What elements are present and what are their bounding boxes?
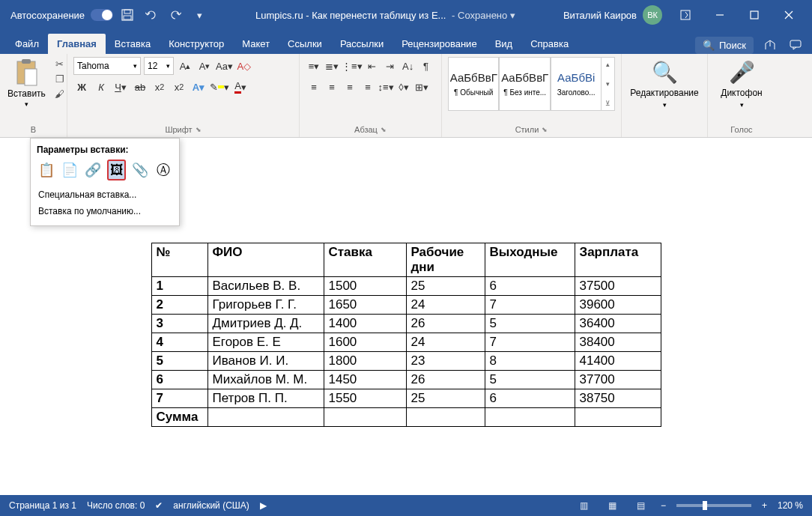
highlight-icon[interactable]: ✎▾ [210, 78, 229, 96]
align-left-icon[interactable]: ≡ [306, 78, 322, 96]
sort-icon[interactable]: A↓ [400, 57, 416, 75]
line-spacing-icon[interactable]: ↕≡▾ [378, 78, 394, 96]
paste-special-item[interactable]: Специальная вставка... [37, 186, 173, 203]
paste-button[interactable]: Вставить ▾ [6, 57, 47, 109]
change-case-icon[interactable]: Aa▾ [216, 57, 233, 75]
table-cell: 41400 [575, 352, 661, 371]
tab-help[interactable]: Справка [521, 34, 578, 54]
table-row: 3Дмитриев Д. Д.140026536400 [151, 315, 661, 333]
tab-references[interactable]: Ссылки [279, 34, 331, 54]
justify-icon[interactable]: ≡ [360, 78, 376, 96]
search-box[interactable]: 🔍 Поиск [695, 37, 754, 54]
paste-link-icon[interactable]: 🔗 [84, 160, 103, 180]
paste-text-icon[interactable]: Ⓐ [154, 160, 173, 180]
tab-layout[interactable]: Макет [233, 34, 279, 54]
table-cell: Михайлов М. М. [207, 371, 324, 389]
svg-rect-2 [124, 16, 131, 19]
paste-merge-icon[interactable]: 📄 [60, 160, 79, 180]
decrease-indent-icon[interactable]: ⇤ [364, 57, 381, 75]
table-cell: 26 [406, 315, 485, 333]
superscript-button[interactable]: x2 [171, 78, 187, 96]
underline-button[interactable]: Ч▾ [112, 78, 129, 96]
paste-keep-source-icon[interactable]: 📋 [37, 160, 55, 180]
read-mode-icon[interactable]: ▥ [575, 498, 593, 513]
tab-home[interactable]: Главная [48, 34, 106, 54]
undo-icon[interactable] [143, 7, 160, 23]
zoom-out-button[interactable]: − [661, 500, 666, 511]
align-right-icon[interactable]: ≡ [342, 78, 358, 96]
zoom-slider[interactable] [676, 504, 751, 507]
clear-format-icon[interactable]: A◇ [236, 57, 252, 75]
autosave-label: Автосохранение [10, 10, 85, 21]
zoom-in-button[interactable]: + [762, 500, 767, 511]
avatar[interactable]: ВК [643, 5, 662, 25]
svg-rect-11 [25, 69, 37, 85]
tab-insert[interactable]: Вставка [106, 34, 160, 54]
comments-icon[interactable] [787, 36, 805, 54]
tab-design[interactable]: Конструктор [160, 34, 233, 54]
style-normal[interactable]: АаБбВвГ ¶ Обычный [448, 57, 499, 111]
status-language[interactable]: английский (США) [173, 500, 249, 511]
status-page[interactable]: Страница 1 из 1 [9, 500, 76, 511]
style-no-spacing[interactable]: АаБбВвГ ¶ Без инте... [499, 57, 550, 111]
tab-mailings[interactable]: Рассылки [331, 34, 393, 54]
cut-icon[interactable]: ✂ [53, 57, 67, 70]
ribbon-options-icon[interactable] [668, 0, 703, 30]
minimize-button[interactable] [703, 0, 737, 30]
table-sum-row: Сумма [151, 408, 661, 427]
tab-file[interactable]: Файл [6, 34, 48, 54]
paste-default-item[interactable]: Вставка по умолчанию... [37, 203, 173, 219]
shading-icon[interactable]: ◊▾ [396, 78, 412, 96]
subscript-button[interactable]: x2 [151, 78, 168, 96]
save-icon[interactable] [119, 7, 136, 23]
qa-dropdown-icon[interactable]: ▾ [191, 7, 207, 23]
table-row: 5Иванов И. И.180023841400 [151, 352, 661, 371]
text-effects-icon[interactable]: A▾ [190, 78, 207, 96]
format-painter-icon[interactable]: 🖌 [53, 87, 67, 100]
zoom-level[interactable]: 120 % [778, 500, 803, 511]
paste-embed-icon[interactable]: 📎 [130, 160, 149, 180]
grow-font-icon[interactable]: A▴ [177, 57, 193, 75]
number-list-icon[interactable]: ≣▾ [324, 57, 340, 75]
svg-rect-1 [124, 10, 130, 13]
close-button[interactable] [772, 0, 806, 30]
align-center-icon[interactable]: ≡ [324, 78, 340, 96]
shrink-font-icon[interactable]: A▾ [196, 57, 213, 75]
redo-icon[interactable] [167, 7, 184, 23]
web-layout-icon[interactable]: ▤ [632, 498, 650, 513]
font-name-select[interactable]: Tahoma▾ [73, 57, 141, 75]
table-cell: 24 [406, 296, 485, 315]
table-cell: 1 [151, 277, 207, 296]
print-layout-icon[interactable]: ▦ [604, 498, 622, 513]
status-words[interactable]: Число слов: 0 [87, 500, 145, 511]
strikethrough-button[interactable]: ab [132, 78, 148, 96]
show-marks-icon[interactable]: ¶ [418, 57, 434, 75]
table-cell: Петров П. П. [207, 389, 324, 408]
bold-button[interactable]: Ж [73, 78, 90, 96]
editing-button[interactable]: 🔍 Редактирование ▾ [625, 57, 703, 112]
font-color-icon[interactable]: A▾ [232, 78, 249, 96]
tab-review[interactable]: Рецензирование [393, 34, 485, 54]
tab-view[interactable]: Вид [486, 34, 522, 54]
borders-icon[interactable]: ⊞▾ [413, 78, 430, 96]
multilevel-list-icon[interactable]: ⋮≡▾ [342, 57, 363, 75]
bullet-list-icon[interactable]: ≡▾ [306, 57, 322, 75]
style-heading1[interactable]: АаБбВі Заголово... [551, 57, 602, 111]
font-launcher-icon[interactable]: ⬊ [196, 126, 202, 133]
table-cell: 6 [151, 371, 207, 389]
header-fio: ФИО [207, 243, 324, 277]
italic-button[interactable]: К [93, 78, 109, 96]
styles-scroll[interactable]: ▴▾⊻ [602, 57, 615, 111]
styles-launcher-icon[interactable]: ⬊ [542, 126, 548, 133]
para-launcher-icon[interactable]: ⬊ [381, 126, 387, 133]
font-size-select[interactable]: 12▾ [144, 57, 174, 75]
spell-check-icon[interactable]: ✔ [155, 500, 163, 511]
dictate-button[interactable]: 🎤 Диктофон ▾ [716, 57, 766, 112]
paste-picture-icon[interactable]: 🖼 [107, 160, 127, 180]
increase-indent-icon[interactable]: ⇥ [382, 57, 399, 75]
copy-icon[interactable]: ❐ [53, 72, 67, 85]
autosave-toggle[interactable] [91, 9, 113, 21]
maximize-button[interactable] [737, 0, 772, 30]
share-icon[interactable] [761, 36, 779, 54]
macro-icon[interactable]: ▶ [260, 500, 267, 511]
